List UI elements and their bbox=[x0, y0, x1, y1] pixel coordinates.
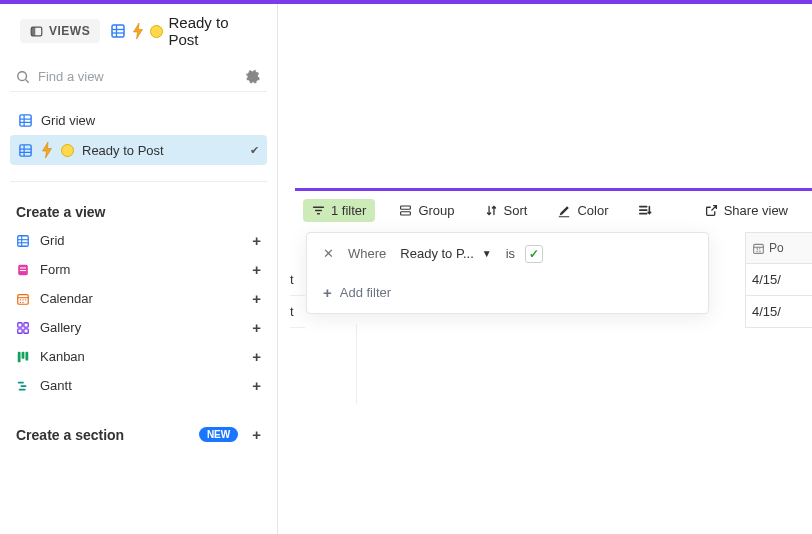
check-icon: ✔ bbox=[250, 144, 259, 157]
cell-value: t bbox=[290, 304, 294, 319]
filter-button[interactable]: 1 filter bbox=[303, 199, 375, 222]
group-icon bbox=[399, 204, 412, 217]
plus-icon[interactable]: + bbox=[252, 290, 261, 307]
svg-rect-43 bbox=[401, 206, 411, 209]
create-item-label: Gantt bbox=[40, 378, 72, 393]
row-height-button[interactable] bbox=[632, 200, 658, 222]
grid-icon bbox=[18, 143, 33, 158]
plus-icon[interactable]: + bbox=[252, 232, 261, 249]
plus-icon[interactable]: + bbox=[252, 348, 261, 365]
grid-icon bbox=[16, 234, 30, 248]
create-item-label: Kanban bbox=[40, 349, 85, 364]
create-section-label: Create a section bbox=[16, 427, 124, 443]
color-button[interactable]: Color bbox=[551, 199, 614, 222]
divider bbox=[10, 181, 267, 182]
svg-point-29 bbox=[22, 301, 23, 302]
sort-icon bbox=[485, 204, 498, 217]
chevron-down-icon: ▼ bbox=[482, 248, 492, 259]
create-calendar-view[interactable]: Calendar + bbox=[10, 284, 267, 313]
create-item-label: Gallery bbox=[40, 320, 81, 335]
plus-icon[interactable]: + bbox=[252, 426, 261, 443]
svg-rect-8 bbox=[20, 115, 31, 126]
create-kanban-view[interactable]: Kanban + bbox=[10, 342, 267, 371]
create-section[interactable]: Create a section NEW + bbox=[10, 418, 267, 443]
kanban-icon bbox=[16, 350, 30, 364]
svg-line-7 bbox=[26, 79, 29, 82]
column-header-label: Po bbox=[769, 241, 784, 255]
create-gallery-view[interactable]: Gallery + bbox=[10, 313, 267, 342]
create-grid-view[interactable]: Grid + bbox=[10, 226, 267, 255]
calendar-field-icon: 31 bbox=[752, 242, 765, 255]
svg-rect-36 bbox=[25, 351, 28, 360]
sidebar-collapse-icon bbox=[30, 25, 43, 38]
views-toggle-label: VIEWS bbox=[49, 24, 90, 38]
svg-rect-22 bbox=[20, 270, 26, 271]
table-cell[interactable]: t bbox=[290, 264, 305, 296]
filter-operator-select[interactable]: is bbox=[506, 246, 515, 261]
view-item-label: Ready to Post bbox=[82, 143, 164, 158]
content-area: 1 filter Group Sort Color bbox=[278, 4, 812, 534]
table-cell[interactable]: 4/15/ bbox=[745, 264, 812, 296]
current-view-name: Ready to Post bbox=[169, 14, 258, 48]
share-view-button[interactable]: Share view bbox=[699, 199, 794, 222]
cell-value: t bbox=[290, 272, 294, 287]
column-divider bbox=[356, 324, 357, 404]
create-item-label: Grid bbox=[40, 233, 65, 248]
filter-label: 1 filter bbox=[331, 203, 366, 218]
cell-value: 4/15/ bbox=[752, 272, 781, 287]
add-filter-label: Add filter bbox=[340, 285, 391, 300]
search-views-input[interactable] bbox=[38, 69, 238, 84]
gantt-icon bbox=[16, 379, 30, 393]
svg-text:31: 31 bbox=[756, 247, 762, 252]
svg-rect-1 bbox=[31, 27, 35, 36]
status-circle-icon bbox=[61, 144, 74, 157]
svg-point-28 bbox=[20, 301, 21, 302]
group-button[interactable]: Group bbox=[393, 199, 460, 222]
brand-divider bbox=[295, 188, 812, 191]
gear-icon[interactable] bbox=[246, 69, 261, 84]
filter-icon bbox=[312, 204, 325, 217]
filter-field-select[interactable]: Ready to P... ▼ bbox=[396, 243, 495, 264]
svg-point-25 bbox=[20, 299, 21, 300]
remove-filter-button[interactable]: ✕ bbox=[319, 244, 338, 263]
color-icon bbox=[557, 204, 571, 218]
views-toggle[interactable]: VIEWS bbox=[20, 19, 100, 43]
sidebar-view-ready-to-post[interactable]: Ready to Post ✔ bbox=[10, 135, 267, 165]
svg-rect-34 bbox=[18, 351, 21, 362]
where-label: Where bbox=[348, 246, 386, 261]
share-label: Share view bbox=[724, 203, 788, 218]
create-gantt-view[interactable]: Gantt + bbox=[10, 371, 267, 400]
create-form-view[interactable]: Form + bbox=[10, 255, 267, 284]
plus-icon[interactable]: + bbox=[252, 377, 261, 394]
cell-value: 4/15/ bbox=[752, 304, 781, 319]
current-view-title[interactable]: Ready to Post bbox=[110, 14, 257, 48]
new-badge: NEW bbox=[199, 427, 238, 442]
calendar-icon bbox=[16, 292, 30, 306]
create-item-label: Form bbox=[40, 262, 70, 277]
filter-field-label: Ready to P... bbox=[400, 246, 473, 261]
plus-icon[interactable]: + bbox=[252, 319, 261, 336]
view-toolbar: 1 filter Group Sort Color bbox=[303, 199, 812, 222]
plus-icon: + bbox=[323, 284, 332, 301]
svg-rect-39 bbox=[19, 388, 26, 390]
filter-value-checkbox[interactable]: ✓ bbox=[525, 245, 543, 263]
svg-rect-30 bbox=[18, 322, 22, 326]
svg-rect-44 bbox=[401, 212, 411, 215]
sidebar-view-grid[interactable]: Grid view bbox=[10, 106, 267, 135]
add-filter-button[interactable]: + Add filter bbox=[319, 284, 696, 301]
svg-rect-32 bbox=[18, 328, 22, 332]
svg-rect-2 bbox=[112, 25, 124, 37]
svg-point-26 bbox=[22, 299, 23, 300]
form-icon bbox=[16, 263, 30, 277]
view-item-label: Grid view bbox=[41, 113, 95, 128]
plus-icon[interactable]: + bbox=[252, 261, 261, 278]
column-header-post[interactable]: 31 Po bbox=[745, 232, 812, 264]
sort-button[interactable]: Sort bbox=[479, 199, 534, 222]
svg-point-6 bbox=[18, 71, 27, 80]
svg-point-27 bbox=[25, 299, 26, 300]
table-cell[interactable]: 4/15/ bbox=[745, 296, 812, 328]
group-label: Group bbox=[418, 203, 454, 218]
create-view-heading: Create a view bbox=[10, 202, 267, 226]
lightning-icon bbox=[41, 142, 53, 158]
table-cell[interactable]: t bbox=[290, 296, 305, 328]
